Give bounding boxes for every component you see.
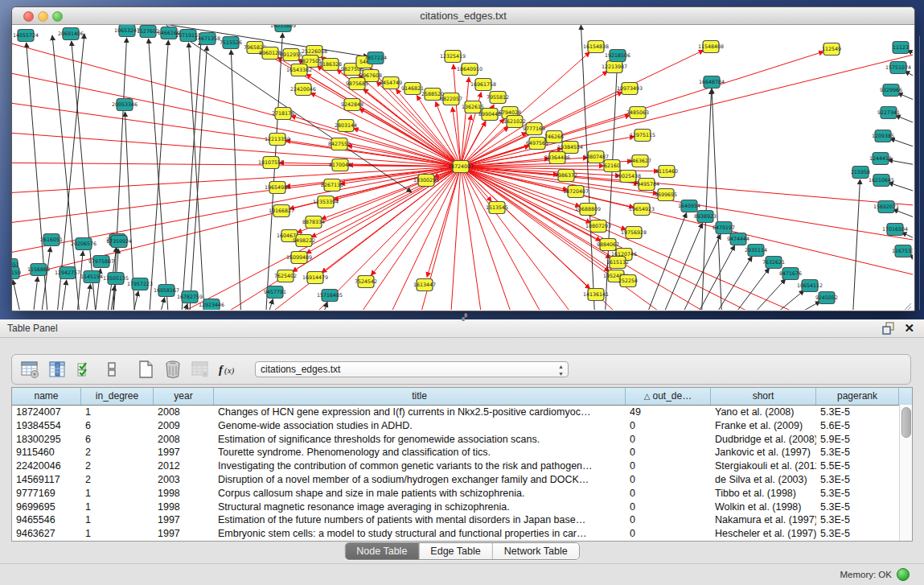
- column-header-year[interactable]: year: [154, 388, 214, 405]
- memory-status-indicator[interactable]: [897, 568, 910, 581]
- node-label: 1362615: [462, 104, 484, 109]
- node-label: 252254: [618, 278, 638, 283]
- table-cell: 2: [81, 446, 154, 459]
- panel-splitter-handle[interactable]: ▞: [462, 315, 470, 321]
- column-header-out_de[interactable]: △out_de…: [626, 388, 711, 405]
- new-column-button[interactable]: [134, 358, 157, 381]
- table-row[interactable]: 946554611997Estimation of the future num…: [12, 513, 912, 527]
- edge: [131, 291, 138, 310]
- show-columns-button[interactable]: [46, 358, 68, 381]
- vertical-scrollbar[interactable]: [899, 405, 912, 541]
- minimize-window-button[interactable]: [38, 11, 48, 22]
- node-label: 16961758: [470, 81, 496, 87]
- node-label: 19384554: [557, 144, 583, 150]
- node-label: 746266: [544, 134, 564, 139]
- network-view-window[interactable]: citations_edges.txt 18724007796582289601…: [11, 6, 915, 311]
- node-label: 62160: [604, 163, 620, 168]
- table-cell: 5.6E-5: [816, 419, 899, 433]
- table-mode-button[interactable]: [18, 358, 41, 381]
- panel-title: Table Panel: [0, 319, 924, 337]
- table-cell: Embryonic stem cells: a model to study s…: [214, 527, 626, 541]
- function-builder-button[interactable]: f (x): [216, 358, 239, 381]
- node-label: 17957223: [127, 281, 153, 286]
- column-header-title[interactable]: title: [214, 388, 626, 405]
- column-header-short[interactable]: short: [711, 388, 816, 405]
- window-titlebar[interactable]: citations_edges.txt: [12, 7, 914, 25]
- table-row[interactable]: 1456911722003Disruption of a novel membe…: [12, 473, 912, 487]
- graph-nodes[interactable]: 1872400779658228960128891295525226058982…: [12, 25, 913, 310]
- node-label: 20053346: [112, 101, 138, 107]
- table-body: 1872400712008Changes of HCN gene express…: [12, 406, 912, 541]
- edge: [371, 167, 461, 275]
- table-tabs: Node Table Edge Table Network Table: [344, 542, 579, 560]
- node-label: 7632621: [762, 259, 785, 265]
- tab-node-table[interactable]: Node Table: [345, 543, 419, 559]
- table-row[interactable]: 911546021997Tourette syndrome. Phenomeno…: [12, 446, 912, 459]
- table-cell: 1997: [154, 513, 214, 527]
- table-row[interactable]: 977716911998Corpus callosum shape and si…: [12, 487, 912, 501]
- node-label: 6479197: [713, 225, 735, 230]
- table-row[interactable]: 2242004622012Investigating the contribut…: [12, 459, 912, 473]
- network-table-select[interactable]: citations_edges.txt ▲▼: [255, 361, 569, 377]
- table-row[interactable]: 1872400712008Changes of HCN gene express…: [12, 406, 912, 419]
- node-label: 12923446: [199, 302, 224, 307]
- network-graph-canvas[interactable]: 1872400779658228960128891295525226058982…: [12, 25, 913, 310]
- node-label: 19495784: [634, 181, 659, 187]
- node-label: 9245052: [815, 295, 838, 300]
- node-label: 10654112: [797, 282, 823, 288]
- table-row[interactable]: 1938455462009Genome-wide association stu…: [12, 419, 912, 433]
- row-height-button[interactable]: [101, 358, 123, 381]
- node-label: 8454749: [380, 80, 402, 85]
- node-label: 1145194: [80, 274, 103, 279]
- node-label: 18640910: [457, 66, 483, 72]
- window-title: citations_edges.txt: [12, 7, 914, 24]
- node-label: 2803144: [335, 122, 357, 128]
- table-cell: 2012: [154, 459, 214, 473]
- float-panel-icon[interactable]: [882, 322, 895, 335]
- table-panel-header[interactable]: ▞ Table Panel ✕: [0, 319, 924, 338]
- node-table: namein_degreeyeartitle△out_de…shortpager…: [11, 387, 913, 542]
- scrollbar-thumb[interactable]: [901, 407, 911, 438]
- node-label: 9884067: [597, 241, 619, 247]
- node-label: 1621022: [503, 118, 526, 124]
- table-cell: 0: [626, 513, 711, 527]
- node-label: 13505135: [103, 275, 129, 281]
- tab-edge-table[interactable]: Edge Table: [419, 543, 492, 559]
- delete-button[interactable]: [162, 358, 184, 381]
- new-document-icon: [137, 360, 154, 379]
- resize-grip-icon[interactable]: [903, 303, 911, 310]
- column-header-pagerank[interactable]: pagerank: [816, 388, 899, 405]
- edge: [76, 251, 83, 310]
- table-cell: Tibbo et al. (1998): [711, 487, 816, 501]
- node-label: 15751074: [885, 64, 911, 70]
- zoom-window-button[interactable]: [52, 11, 63, 22]
- table-cell: Hescheler et al. (1997): [711, 527, 816, 541]
- table-cell: 0: [626, 473, 711, 487]
- node-label: 10688809: [575, 206, 601, 212]
- table-cell: 2: [81, 473, 154, 487]
- column-header-in_degree[interactable]: in_degree: [81, 388, 154, 405]
- table-delete-icon: [191, 360, 210, 379]
- edge: [852, 179, 860, 310]
- table-cell: 2009: [154, 419, 214, 433]
- tab-network-table[interactable]: Network Table: [493, 543, 579, 559]
- select-rows-button[interactable]: [73, 358, 96, 381]
- table-row[interactable]: 946362711997Embryonic stem cells: a mode…: [12, 527, 912, 541]
- table-cell: Disruption of a novel member of a sodium…: [214, 473, 626, 487]
- node-label: 1209385: [872, 133, 894, 138]
- table-cell: Nakamura et al. (1997): [711, 513, 816, 527]
- table-row[interactable]: 969969511998Structural magnetic resonanc…: [12, 501, 912, 514]
- table-cell: 5.3E-5: [816, 406, 899, 419]
- table-row[interactable]: 1830029562008Estimation of significance …: [12, 433, 912, 447]
- table-cell: Wolkin et al. (1998): [711, 501, 816, 514]
- table-settings-icon: [21, 360, 39, 379]
- table-cell: 0: [626, 459, 711, 473]
- close-panel-icon[interactable]: ✕: [904, 320, 914, 336]
- table-cell: 18724007: [12, 406, 81, 419]
- fx-icon: f (x): [217, 361, 238, 377]
- column-header-name[interactable]: name: [12, 388, 81, 405]
- table-cell: 2: [81, 459, 154, 473]
- node-label: 10807487: [583, 154, 609, 159]
- close-window-button[interactable]: [23, 11, 34, 22]
- node-label: 14055724: [13, 32, 39, 38]
